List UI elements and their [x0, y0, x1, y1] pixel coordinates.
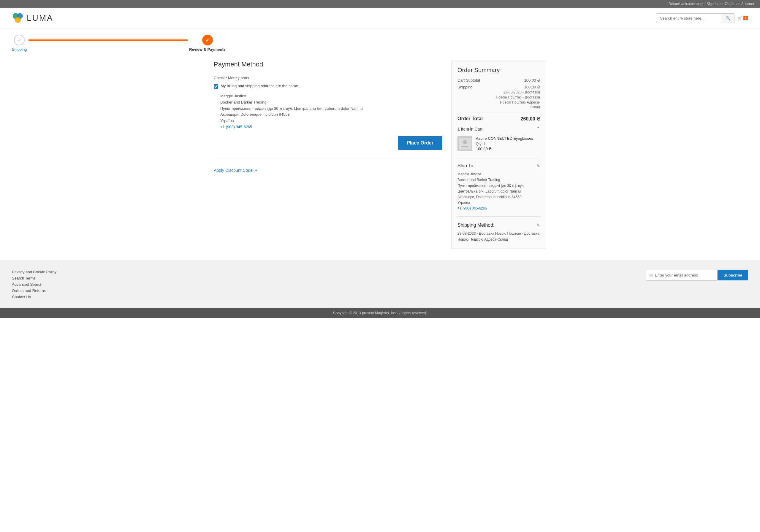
checkmark-active-icon: ✓	[206, 37, 209, 43]
step-connector	[28, 39, 188, 41]
address-city: Акрешори, Doloremque incididun 64558	[220, 111, 442, 118]
ship-to-phone[interactable]: +1 (903) 345-6265	[457, 206, 487, 210]
ship-to-title: Ship To:	[457, 163, 475, 168]
payment-method-label: Check / Money order	[214, 76, 442, 80]
checkmark-icon: ✓	[18, 37, 22, 43]
summary-divider	[457, 113, 540, 113]
cart-item: Aspire CONNECTED Eyeglasses Qty: 1 100,0…	[457, 136, 540, 151]
top-bar: Default welcome msg! Sign In or Create a…	[0, 0, 760, 8]
main-content: Payment Method Check / Money order My bi…	[202, 55, 558, 260]
search-input[interactable]	[656, 14, 722, 23]
item-price: 100,00 ₴	[476, 147, 533, 151]
address-phone[interactable]: +1 (903) 345-6265	[220, 125, 252, 129]
signin-link[interactable]: Sign In	[707, 2, 718, 6]
footer: Privacy and Cookie Policy Search Terms A…	[0, 260, 760, 308]
footer-link-contact[interactable]: Contact Us	[12, 295, 56, 299]
ship-to-address3: Акрешори, Doloremque incididun 64558	[457, 194, 540, 200]
footer-links: Privacy and Cookie Policy Search Terms A…	[12, 270, 56, 299]
items-in-cart-toggle[interactable]: 1 Item in Cart ⌃	[457, 126, 540, 132]
header-right: 🔍 🛒 1	[656, 13, 748, 23]
chevron-down-icon: ▾	[255, 168, 257, 173]
welcome-message: Default welcome msg!	[669, 2, 704, 6]
cart-button[interactable]: 🛒 1	[737, 16, 748, 21]
item-qty: Qty: 1	[476, 142, 533, 146]
item-details: Aspire CONNECTED Eyeglasses Qty: 1 100,0…	[476, 136, 533, 151]
footer-link-advanced-search[interactable]: Advanced Search	[12, 282, 56, 287]
shipping-method-title: Shipping Method:	[457, 223, 495, 228]
step-shipping-label[interactable]: Shipping	[12, 47, 27, 52]
svg-point-2	[15, 17, 21, 23]
logo-icon	[12, 12, 24, 24]
ship-to-header: Ship To: ✎	[457, 163, 540, 168]
billing-checkbox-row: My billing and shipping address are the …	[214, 84, 442, 89]
step-shipping: ✓ Shipping	[12, 35, 27, 52]
ship-to-name: Maggie Justice	[457, 171, 540, 177]
newsletter-input-wrap: ✉	[646, 270, 718, 281]
email-icon: ✉	[649, 272, 653, 278]
subscribe-button[interactable]: Subscribe	[718, 270, 748, 280]
ship-to-country: Україна	[457, 200, 540, 205]
item-thumbnail	[457, 136, 472, 151]
payment-section-title: Payment Method	[214, 61, 442, 71]
address-street: Пункт приймання - видачі (до 30 кг): вул…	[220, 106, 442, 112]
logo[interactable]: LUMA	[12, 12, 53, 24]
ship-to-address1: Пункт приймання - видачі (до 30 кг): вул…	[457, 183, 540, 189]
shipping-row: Shipping 160,00 ₴	[457, 85, 540, 89]
billing-same-label: My billing and shipping address are the …	[220, 84, 298, 88]
discount-section: Apply Discount Code ▾	[214, 159, 442, 173]
shipping-method-header: Shipping Method: ✎	[457, 223, 540, 228]
step-review-circle: ✓	[202, 35, 213, 45]
footer-link-privacy[interactable]: Privacy and Cookie Policy	[12, 270, 56, 274]
items-in-cart-label: 1 Item in Cart	[457, 127, 482, 131]
shipping-method-detail: 23-08-2023 - Доставка Новою Поштою - Дос…	[457, 231, 540, 242]
ship-to-edit-icon[interactable]: ✎	[537, 163, 540, 168]
left-panel: Payment Method Check / Money order My bi…	[214, 61, 442, 249]
newsletter-form: ✉ Subscribe	[646, 270, 748, 281]
item-name: Aspire CONNECTED Eyeglasses	[476, 136, 533, 141]
checkout-steps: ✓ Shipping ✓ Review & Payments	[0, 29, 238, 55]
shipping-method-edit-icon[interactable]: ✎	[537, 223, 540, 228]
step-review: ✓ Review & Payments	[189, 35, 226, 52]
copyright: Copyright © 2013-present Magento, Inc. A…	[0, 308, 760, 318]
shipping-method-section: Shipping Method: ✎ 23-08-2023 - Доставка…	[457, 216, 540, 242]
order-summary-title: Order Summary	[457, 67, 540, 73]
cart-subtotal-row: Cart Subtotal 100,00 ₴	[457, 78, 540, 82]
search-box: 🔍	[656, 13, 735, 23]
billing-same-checkbox[interactable]	[214, 84, 218, 89]
item-thumb-svg	[459, 138, 471, 150]
order-summary-box: Order Summary Cart Subtotal 100,00 ₴ Shi…	[451, 61, 546, 249]
shipping-detail: 23-08-2023 - Доставка Новою Поштою - Дос…	[493, 90, 540, 110]
shipping-value: 160,00 ₴	[524, 85, 540, 89]
cart-icon: 🛒	[737, 16, 742, 21]
header: LUMA 🔍 🛒 1	[0, 8, 760, 29]
logo-text: LUMA	[27, 13, 53, 23]
address-company: Booker and Barker Trading	[220, 99, 442, 106]
ship-to-address2: Центральна б/н, Laborum dolor Nam iu	[457, 189, 540, 194]
svg-point-4	[463, 140, 467, 144]
ship-to-section: Ship To: ✎ Maggie Justice Booker and Bar…	[457, 157, 540, 210]
footer-link-search-terms[interactable]: Search Terms	[12, 276, 56, 280]
order-total-label: Order Total	[457, 116, 483, 122]
cart-subtotal-value: 100,00 ₴	[524, 78, 540, 82]
create-account-link[interactable]: Create an Account	[725, 2, 754, 6]
footer-link-orders[interactable]: Orders and Returns	[12, 288, 56, 293]
discount-toggle[interactable]: Apply Discount Code ▾	[214, 168, 442, 173]
billing-address-block: Maggie Justice Booker and Barker Trading…	[214, 93, 442, 130]
order-total-value: 260,00 ₴	[521, 116, 540, 122]
cart-subtotal-label: Cart Subtotal	[457, 78, 480, 82]
step-review-label: Review & Payments	[189, 47, 226, 52]
newsletter-email-input[interactable]	[655, 270, 714, 280]
ship-to-company: Booker and Barker Trading	[457, 177, 540, 183]
svg-rect-5	[461, 146, 468, 147]
place-order-row: Place Order	[214, 136, 442, 150]
step-shipping-circle: ✓	[14, 35, 24, 45]
address-country: Україна	[220, 118, 442, 124]
discount-label: Apply Discount Code	[214, 168, 253, 173]
place-order-button[interactable]: Place Order	[398, 136, 442, 150]
right-panel: Order Summary Cart Subtotal 100,00 ₴ Shi…	[451, 61, 546, 249]
chevron-up-icon: ⌃	[536, 126, 540, 132]
search-button[interactable]: 🔍	[722, 14, 734, 23]
cart-count: 1	[743, 16, 748, 20]
order-total-row: Order Total 260,00 ₴	[457, 116, 540, 122]
search-icon: 🔍	[726, 16, 731, 21]
